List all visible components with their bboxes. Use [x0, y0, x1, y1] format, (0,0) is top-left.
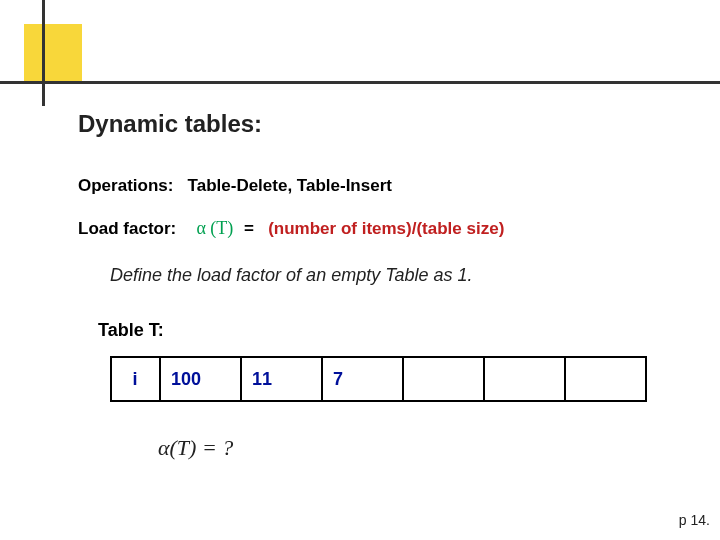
logo-square	[24, 24, 82, 82]
operations-value: Table-Delete, Table-Insert	[188, 176, 392, 195]
table-label: Table T:	[98, 320, 164, 341]
alpha-question: α(T) = ?	[158, 435, 233, 461]
table-cell	[484, 357, 565, 401]
logo-vertical-line	[42, 0, 45, 106]
operations-line: Operations: Table-Delete, Table-Insert	[78, 176, 392, 196]
table-cell: 100	[160, 357, 241, 401]
operations-label: Operations:	[78, 176, 173, 195]
page-number: p 14.	[679, 512, 710, 528]
load-factor-label: Load factor:	[78, 219, 176, 238]
load-factor-line: Load factor: α (T) = (number of items)/(…	[78, 218, 504, 239]
table-cell: 7	[322, 357, 403, 401]
load-factor-desc: (number of items)/(table size)	[268, 219, 504, 238]
dynamic-table: i 100 11 7	[110, 356, 647, 402]
table-cell: 11	[241, 357, 322, 401]
load-factor-symbol: α (T)	[196, 218, 233, 238]
table-header-cell: i	[111, 357, 160, 401]
table-row: i 100 11 7	[111, 357, 646, 401]
load-factor-equals: =	[244, 219, 254, 238]
table-cell	[565, 357, 646, 401]
load-factor-definition: Define the load factor of an empty Table…	[110, 265, 473, 286]
table-cell	[403, 357, 484, 401]
slide-logo	[24, 24, 82, 82]
slide-title: Dynamic tables:	[78, 110, 262, 138]
logo-horizontal-line	[0, 81, 720, 84]
